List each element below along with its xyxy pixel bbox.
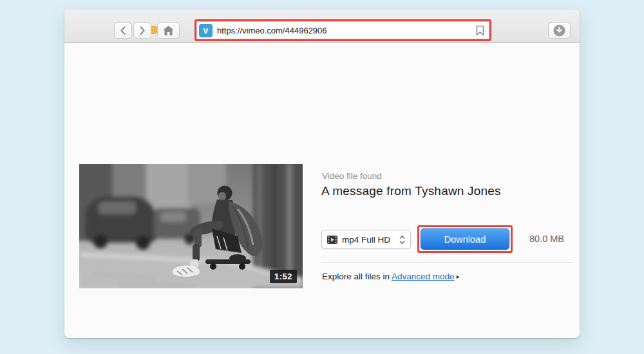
status-text: Video file found <box>322 171 382 181</box>
back-button[interactable] <box>114 23 132 39</box>
page-content: 1:52 Video file found A message from Tys… <box>64 44 580 338</box>
chevron-left-icon <box>120 26 126 35</box>
home-icon <box>163 26 174 35</box>
format-select[interactable]: mp4 Full HD <box>321 230 411 249</box>
url-text[interactable]: https://vimeo.com/444962906 <box>217 26 476 35</box>
bookmark-icon[interactable] <box>476 25 484 36</box>
thumbnail-image <box>79 164 303 288</box>
file-size-label: 80.0 MB <box>529 234 564 244</box>
forward-button[interactable] <box>133 23 151 39</box>
url-bar[interactable]: v https://vimeo.com/444962906 <box>196 21 489 39</box>
download-button-highlight-annotation: Download <box>417 225 513 253</box>
url-bar-highlight-annotation: v https://vimeo.com/444962906 <box>194 19 491 41</box>
format-select-value: mp4 Full HD <box>342 235 390 245</box>
film-icon <box>327 236 337 244</box>
explore-text: Explore all files in <box>322 272 390 281</box>
browser-toolbar: v https://vimeo.com/444962906 <box>64 10 580 43</box>
home-button[interactable] <box>157 23 180 39</box>
select-stepper-icon <box>399 234 405 245</box>
advanced-mode-link[interactable]: Advanced mode <box>392 272 455 281</box>
download-button[interactable]: Download <box>421 228 509 250</box>
chevron-right-icon <box>140 26 145 35</box>
link-arrow-icon: ▸ <box>457 273 460 280</box>
section-divider <box>321 262 573 263</box>
video-thumbnail[interactable]: 1:52 <box>79 164 303 288</box>
desktop-background: v https://vimeo.com/444962906 <box>0 0 644 354</box>
vimeo-icon: v <box>199 24 213 37</box>
downloads-button[interactable] <box>548 23 571 39</box>
download-circle-icon <box>553 24 565 37</box>
browser-window: v https://vimeo.com/444962906 <box>64 10 580 338</box>
explore-row: Explore all files in Advanced mode▸ <box>322 272 460 281</box>
video-title: A message from Tyshawn Jones <box>321 184 501 198</box>
duration-badge: 1:52 <box>270 270 297 283</box>
